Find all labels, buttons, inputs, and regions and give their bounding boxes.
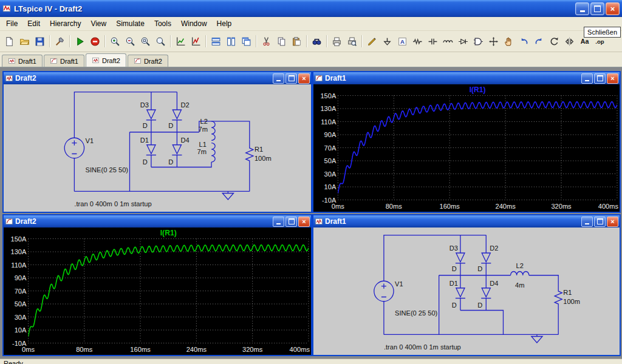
toolbar-move-button[interactable]: [486, 34, 501, 49]
component-label-d4[interactable]: D4: [490, 279, 498, 286]
wires[interactable]: [74, 92, 249, 192]
component-label-v1[interactable]: V1: [395, 280, 403, 287]
component-label-v1[interactable]: V1: [86, 136, 94, 144]
trace-label[interactable]: I(R1): [160, 229, 177, 237]
model-label-d3[interactable]: D: [452, 265, 457, 272]
model-label-d1[interactable]: D: [143, 158, 148, 166]
toolbar-zoom-area-button[interactable]: [138, 34, 153, 49]
child-minimize-button[interactable]: [273, 217, 284, 227]
model-label-d2[interactable]: D: [477, 265, 482, 272]
toolbar-mirror-button[interactable]: [562, 34, 577, 49]
component-label-d2[interactable]: D2: [180, 101, 189, 109]
toolbar-zoom-in-button[interactable]: [108, 34, 123, 49]
child-maximize-button[interactable]: [285, 73, 297, 84]
spice-directive-text[interactable]: .tran 0 400m 0 1m startup: [74, 200, 151, 207]
toolbar-plot-settings-button[interactable]: [188, 34, 203, 49]
toolbar-cascade-button[interactable]: [239, 34, 254, 49]
child-maximize-button[interactable]: [594, 217, 606, 227]
component-value-v1[interactable]: SINE(0 25 50): [395, 309, 437, 317]
model-label-d1[interactable]: D: [452, 302, 457, 309]
child-titlebar[interactable]: Draft2 ×: [4, 215, 311, 228]
component-d3[interactable]: [456, 253, 465, 263]
model-label-d4[interactable]: D: [168, 158, 173, 166]
spice-directive-text[interactable]: .tran 0 400m 0 1m startup: [384, 343, 461, 350]
menu-item-file[interactable]: File: [1, 18, 22, 30]
component-label-d2[interactable]: D2: [490, 244, 498, 252]
minimize-button[interactable]: [575, 2, 589, 15]
component-value-l2[interactable]: 7m: [199, 126, 208, 133]
child-close-button[interactable]: ×: [607, 73, 618, 84]
child-close-button[interactable]: ×: [298, 217, 310, 227]
component-r1[interactable]: [555, 290, 562, 305]
toolbar-rotate-button[interactable]: [547, 34, 562, 49]
menu-item-hierarchy[interactable]: Hierarchy: [45, 18, 86, 30]
waveform-pane-draft2[interactable]: 150A130A110A90A70A50A30A10A-10A0ms80ms16…: [4, 228, 311, 355]
waveform-pane-draft1[interactable]: 150A130A110A90A70A50A30A10A-10A0ms80ms16…: [313, 84, 620, 212]
component-r1[interactable]: [246, 147, 253, 162]
schematic-canvas-draft2[interactable]: V1SINE(0 25 50)D3DD2DD1DD4DL27mL17mR1100…: [4, 84, 311, 212]
component-value-r1[interactable]: 100m: [563, 298, 580, 305]
toolbar-tile-horizontal-button[interactable]: [208, 34, 224, 49]
component-d1[interactable]: [456, 288, 465, 298]
component-d3[interactable]: [146, 110, 156, 120]
child-minimize-button[interactable]: [273, 73, 284, 84]
child-minimize-button[interactable]: [581, 217, 593, 227]
toolbar-run-button[interactable]: [72, 34, 87, 49]
toolbar-diode-button[interactable]: [456, 34, 471, 49]
component-d2[interactable]: [172, 110, 182, 120]
child-minimize-button[interactable]: [581, 73, 593, 84]
component-v1[interactable]: [64, 138, 84, 158]
toolbar-autorange-y-button[interactable]: [173, 34, 188, 49]
component-label-d3[interactable]: D3: [140, 101, 149, 109]
schematic-canvas-draft1[interactable]: V1SINE(0 25 50)D3DD2DD1DD4DL24mR1100m.tr…: [313, 228, 620, 355]
menu-item-help[interactable]: Help: [212, 18, 237, 30]
toolbar-open-button[interactable]: [17, 34, 32, 49]
component-value-r1[interactable]: 100m: [255, 155, 272, 162]
model-label-d3[interactable]: D: [143, 122, 148, 129]
component-label-d1[interactable]: D1: [449, 279, 458, 286]
component-label-l1[interactable]: L1: [199, 141, 207, 148]
component-label-l2[interactable]: L2: [200, 118, 208, 125]
ground-symbol[interactable]: [531, 334, 542, 343]
toolbar-wire-button[interactable]: [364, 34, 380, 49]
component-d2[interactable]: [481, 253, 491, 263]
ground-symbol[interactable]: [222, 191, 233, 200]
toolbar-save-button[interactable]: [32, 34, 47, 49]
component-label-r1[interactable]: R1: [563, 289, 572, 296]
toolbar-print-button[interactable]: [329, 34, 344, 49]
model-label-d2[interactable]: D: [168, 122, 173, 129]
tab-draft2-schematic[interactable]: Draft2: [86, 53, 126, 67]
toolbar-zoom-out-button[interactable]: [123, 34, 138, 49]
menu-item-simulate[interactable]: Simulate: [111, 18, 149, 30]
component-d4[interactable]: [481, 288, 491, 298]
component-label-l2[interactable]: L2: [516, 262, 524, 269]
toolbar-new-schematic-button[interactable]: [2, 34, 17, 49]
toolbar-zoom-full-button[interactable]: [153, 34, 168, 49]
toolbar-capacitor-button[interactable]: [425, 34, 440, 49]
menu-item-view[interactable]: View: [86, 18, 111, 30]
toolbar-print-preview-button[interactable]: [344, 34, 360, 49]
trace-label[interactable]: I(R1): [470, 86, 486, 94]
toolbar-ground-button[interactable]: [380, 34, 395, 49]
child-titlebar[interactable]: Draft2 ×: [4, 72, 311, 84]
toolbar-component-button[interactable]: [471, 34, 486, 49]
tab-draft2-plot[interactable]: Draft2: [128, 55, 168, 67]
toolbar-redo-button[interactable]: [531, 34, 547, 49]
menu-item-tools[interactable]: Tools: [149, 18, 176, 30]
component-d1[interactable]: [146, 145, 156, 155]
close-button[interactable]: ×: [606, 2, 620, 15]
component-label-d1[interactable]: D1: [140, 136, 149, 143]
component-label-d4[interactable]: D4: [180, 136, 189, 143]
toolbar-cut-button[interactable]: [259, 34, 274, 49]
child-maximize-button[interactable]: [285, 217, 297, 227]
menu-item-edit[interactable]: Edit: [22, 18, 45, 30]
toolbar-resistor-button[interactable]: [410, 34, 425, 49]
toolbar-paste-button[interactable]: [289, 34, 304, 49]
maximize-button[interactable]: [590, 2, 604, 15]
child-close-button[interactable]: ×: [298, 73, 310, 84]
child-close-button[interactable]: ×: [607, 217, 618, 227]
child-titlebar[interactable]: Draft1 ×: [313, 215, 620, 228]
component-d4[interactable]: [172, 145, 182, 155]
component-value-l2[interactable]: 4m: [515, 281, 524, 288]
child-titlebar[interactable]: Draft1 ×: [313, 72, 620, 84]
